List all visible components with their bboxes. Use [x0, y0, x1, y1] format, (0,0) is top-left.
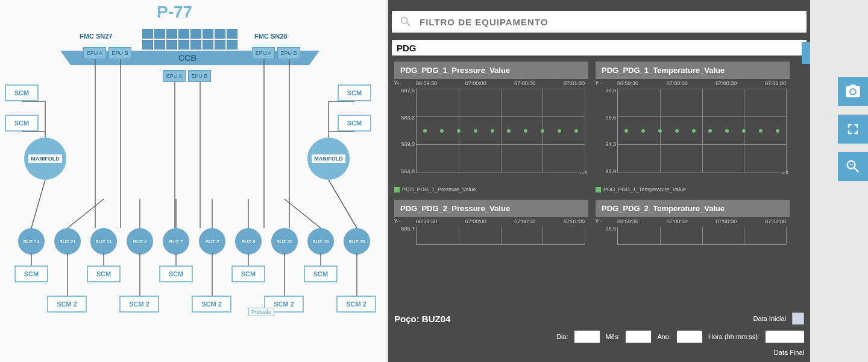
legend-swatch-icon: [596, 187, 601, 192]
well-node[interactable]: BUZ 10: [344, 228, 370, 255]
epu-a-2[interactable]: EPU A: [252, 47, 275, 59]
ano-input[interactable]: [677, 331, 702, 343]
chart-pdg2-pressure: PDG_PDG_2_Pressure_Value y... 06:59:3007…: [394, 200, 588, 256]
chart-plot[interactable]: [617, 227, 786, 245]
svg-line-17: [285, 199, 321, 228]
scm-bottom[interactable]: SCM: [159, 265, 193, 282]
scm-bottom[interactable]: SCM: [231, 265, 265, 282]
well-node[interactable]: BUZ 20: [271, 228, 298, 255]
fullscreen-button[interactable]: [838, 115, 868, 144]
epu-b-3[interactable]: EPU B: [188, 70, 211, 82]
search-icon: [399, 15, 412, 28]
scm2-bottom[interactable]: SCM 2: [119, 296, 159, 313]
zoom-out-button[interactable]: [838, 152, 868, 181]
scm-top-right-2[interactable]: SCM: [338, 115, 371, 132]
scm-bottom[interactable]: SCM: [14, 265, 48, 282]
right-toolbar: [838, 77, 868, 181]
expand-icon: [844, 121, 861, 138]
category-header: PDG: [392, 40, 807, 56]
svg-line-28: [31, 180, 45, 228]
well-node[interactable]: BUZ 14: [18, 228, 45, 255]
well-name-label: Poço: BUZ04: [394, 314, 450, 324]
well-node[interactable]: BUZ 21: [54, 228, 81, 255]
equipment-filter-input[interactable]: [420, 17, 799, 27]
scm-top-right-1[interactable]: SCM: [338, 84, 371, 101]
ccb-label: CCB: [178, 53, 197, 63]
camera-icon: [844, 83, 861, 100]
diagram-title: P-77: [157, 2, 192, 22]
epu-a-1[interactable]: EPU A: [83, 47, 106, 59]
fmc-sn28-label: FMC SN28: [254, 33, 287, 40]
data-inicial-label: Data Inicial: [753, 315, 786, 322]
chart-title: PDG_PDG_2_Pressure_Value: [394, 200, 588, 217]
scm-top-left-1[interactable]: SCM: [5, 84, 39, 101]
chart-plot[interactable]: ...x: [416, 89, 585, 173]
well-node[interactable]: BUZ 4: [127, 228, 153, 255]
data-panel: PDG PDG_PDG_1_Pressure_Value y... 06:59:…: [388, 0, 810, 362]
scm-bottom[interactable]: SCM: [304, 265, 338, 282]
manifold-right[interactable]: MANIFOLD: [307, 138, 350, 180]
zoom-out-icon: [844, 158, 861, 175]
epu-b-2[interactable]: EPU B: [277, 47, 300, 59]
scm2-bottom[interactable]: SCM 2: [47, 296, 87, 313]
well-node[interactable]: BUZ 2: [199, 228, 225, 255]
color-picker[interactable]: [792, 313, 804, 325]
chart-pdg2-temperature: PDG_PDG_2_Temperature_Value y... 06:59:3…: [596, 200, 790, 256]
chart-plot[interactable]: ...x: [617, 89, 786, 173]
scm-bottom[interactable]: SCM: [87, 265, 121, 282]
scm2-bottom[interactable]: SCM 2: [192, 296, 231, 313]
chart-title: PDG_PDG_2_Temperature_Value: [596, 200, 790, 217]
well-node[interactable]: BUZ 7: [163, 228, 189, 255]
epu-a-3[interactable]: EPU A: [163, 70, 186, 82]
hora-input[interactable]: [766, 331, 804, 343]
well-node[interactable]: BUZ 16: [307, 228, 334, 255]
chart-plot[interactable]: [416, 227, 585, 245]
scm-top-left-2[interactable]: SCM: [5, 115, 39, 132]
dia-input[interactable]: [574, 331, 600, 343]
date-controls: Poço: BUZ04 Data Inicial Dia: Mês: Ano: …: [394, 313, 804, 356]
scm2-bottom[interactable]: SCM 2: [336, 296, 376, 313]
chart-title: PDG_PDG_1_Pressure_Value: [394, 62, 588, 79]
chart-title: PDG_PDG_1_Temperature_Value: [596, 62, 790, 79]
scroll-indicator[interactable]: [802, 42, 810, 64]
screenshot-button[interactable]: [838, 77, 868, 106]
well-node[interactable]: BUZ 11: [90, 228, 117, 255]
svg-line-29: [329, 180, 357, 228]
data-final-label: Data Final: [774, 349, 804, 356]
manifold-left[interactable]: MANIFOLD: [24, 138, 66, 180]
epu-b-1[interactable]: EPU B: [108, 47, 131, 59]
well-node[interactable]: BUZ 8: [235, 228, 262, 255]
mes-input[interactable]: [626, 331, 651, 343]
topology-diagram: P-77 FMC SN27 FMC SN28 CCB EPU A EPU B: [0, 0, 386, 362]
chart-pdg1-pressure: PDG_PDG_1_Pressure_Value y... 06:59:3007…: [394, 62, 588, 192]
chart-pdg1-temperature: PDG_PDG_1_Temperature_Value y... 06:59:3…: [596, 62, 790, 192]
legend-swatch-icon: [394, 187, 400, 192]
search-row: [392, 11, 807, 33]
pressao-tooltip: Pressão: [248, 308, 274, 316]
fmc-sn27-label: FMC SN27: [80, 33, 112, 40]
svg-line-12: [68, 199, 104, 228]
